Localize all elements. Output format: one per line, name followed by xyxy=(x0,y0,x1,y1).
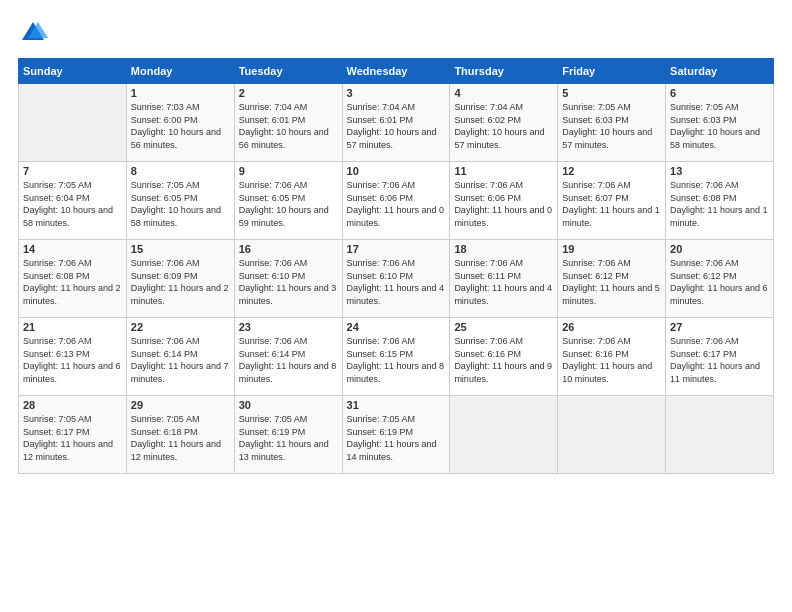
day-number: 20 xyxy=(670,243,769,255)
calendar-cell: 10Sunrise: 7:06 AMSunset: 6:06 PMDayligh… xyxy=(342,162,450,240)
day-info: Sunrise: 7:05 AMSunset: 6:04 PMDaylight:… xyxy=(23,179,122,229)
calendar-header: SundayMondayTuesdayWednesdayThursdayFrid… xyxy=(19,59,774,84)
weekday-header-wednesday: Wednesday xyxy=(342,59,450,84)
calendar-body: 1Sunrise: 7:03 AMSunset: 6:00 PMDaylight… xyxy=(19,84,774,474)
calendar-cell: 5Sunrise: 7:05 AMSunset: 6:03 PMDaylight… xyxy=(558,84,666,162)
calendar-cell: 12Sunrise: 7:06 AMSunset: 6:07 PMDayligh… xyxy=(558,162,666,240)
day-number: 29 xyxy=(131,399,230,411)
logo xyxy=(18,18,52,48)
calendar-cell: 16Sunrise: 7:06 AMSunset: 6:10 PMDayligh… xyxy=(234,240,342,318)
day-number: 4 xyxy=(454,87,553,99)
day-info: Sunrise: 7:04 AMSunset: 6:01 PMDaylight:… xyxy=(347,101,446,151)
calendar-cell: 17Sunrise: 7:06 AMSunset: 6:10 PMDayligh… xyxy=(342,240,450,318)
day-info: Sunrise: 7:06 AMSunset: 6:13 PMDaylight:… xyxy=(23,335,122,385)
day-number: 24 xyxy=(347,321,446,333)
day-number: 9 xyxy=(239,165,338,177)
header xyxy=(18,18,774,48)
day-number: 31 xyxy=(347,399,446,411)
calendar-cell: 27Sunrise: 7:06 AMSunset: 6:17 PMDayligh… xyxy=(666,318,774,396)
day-number: 22 xyxy=(131,321,230,333)
day-info: Sunrise: 7:05 AMSunset: 6:19 PMDaylight:… xyxy=(347,413,446,463)
day-info: Sunrise: 7:06 AMSunset: 6:08 PMDaylight:… xyxy=(670,179,769,229)
day-number: 10 xyxy=(347,165,446,177)
day-info: Sunrise: 7:06 AMSunset: 6:14 PMDaylight:… xyxy=(131,335,230,385)
day-info: Sunrise: 7:06 AMSunset: 6:14 PMDaylight:… xyxy=(239,335,338,385)
day-info: Sunrise: 7:06 AMSunset: 6:07 PMDaylight:… xyxy=(562,179,661,229)
day-info: Sunrise: 7:06 AMSunset: 6:10 PMDaylight:… xyxy=(347,257,446,307)
day-info: Sunrise: 7:05 AMSunset: 6:03 PMDaylight:… xyxy=(562,101,661,151)
calendar-cell xyxy=(558,396,666,474)
calendar-cell: 24Sunrise: 7:06 AMSunset: 6:15 PMDayligh… xyxy=(342,318,450,396)
weekday-header-friday: Friday xyxy=(558,59,666,84)
day-number: 1 xyxy=(131,87,230,99)
day-number: 16 xyxy=(239,243,338,255)
weekday-header-thursday: Thursday xyxy=(450,59,558,84)
day-info: Sunrise: 7:04 AMSunset: 6:01 PMDaylight:… xyxy=(239,101,338,151)
calendar-cell: 8Sunrise: 7:05 AMSunset: 6:05 PMDaylight… xyxy=(126,162,234,240)
day-number: 17 xyxy=(347,243,446,255)
calendar-cell: 23Sunrise: 7:06 AMSunset: 6:14 PMDayligh… xyxy=(234,318,342,396)
calendar-cell: 11Sunrise: 7:06 AMSunset: 6:06 PMDayligh… xyxy=(450,162,558,240)
day-number: 2 xyxy=(239,87,338,99)
calendar-cell: 13Sunrise: 7:06 AMSunset: 6:08 PMDayligh… xyxy=(666,162,774,240)
day-info: Sunrise: 7:05 AMSunset: 6:03 PMDaylight:… xyxy=(670,101,769,151)
weekday-header-tuesday: Tuesday xyxy=(234,59,342,84)
day-info: Sunrise: 7:04 AMSunset: 6:02 PMDaylight:… xyxy=(454,101,553,151)
day-info: Sunrise: 7:06 AMSunset: 6:15 PMDaylight:… xyxy=(347,335,446,385)
calendar-cell: 3Sunrise: 7:04 AMSunset: 6:01 PMDaylight… xyxy=(342,84,450,162)
day-number: 25 xyxy=(454,321,553,333)
calendar-cell: 19Sunrise: 7:06 AMSunset: 6:12 PMDayligh… xyxy=(558,240,666,318)
calendar-cell: 22Sunrise: 7:06 AMSunset: 6:14 PMDayligh… xyxy=(126,318,234,396)
calendar-cell: 2Sunrise: 7:04 AMSunset: 6:01 PMDaylight… xyxy=(234,84,342,162)
day-info: Sunrise: 7:06 AMSunset: 6:11 PMDaylight:… xyxy=(454,257,553,307)
day-info: Sunrise: 7:06 AMSunset: 6:12 PMDaylight:… xyxy=(670,257,769,307)
day-info: Sunrise: 7:06 AMSunset: 6:06 PMDaylight:… xyxy=(347,179,446,229)
day-info: Sunrise: 7:06 AMSunset: 6:10 PMDaylight:… xyxy=(239,257,338,307)
day-info: Sunrise: 7:06 AMSunset: 6:06 PMDaylight:… xyxy=(454,179,553,229)
calendar-cell: 7Sunrise: 7:05 AMSunset: 6:04 PMDaylight… xyxy=(19,162,127,240)
calendar-week-4: 21Sunrise: 7:06 AMSunset: 6:13 PMDayligh… xyxy=(19,318,774,396)
logo-icon xyxy=(18,18,48,48)
day-number: 30 xyxy=(239,399,338,411)
day-info: Sunrise: 7:06 AMSunset: 6:17 PMDaylight:… xyxy=(670,335,769,385)
day-number: 11 xyxy=(454,165,553,177)
calendar-cell xyxy=(450,396,558,474)
calendar-week-1: 1Sunrise: 7:03 AMSunset: 6:00 PMDaylight… xyxy=(19,84,774,162)
day-number: 28 xyxy=(23,399,122,411)
day-info: Sunrise: 7:06 AMSunset: 6:05 PMDaylight:… xyxy=(239,179,338,229)
calendar-cell xyxy=(666,396,774,474)
calendar-cell: 21Sunrise: 7:06 AMSunset: 6:13 PMDayligh… xyxy=(19,318,127,396)
day-info: Sunrise: 7:06 AMSunset: 6:12 PMDaylight:… xyxy=(562,257,661,307)
day-number: 14 xyxy=(23,243,122,255)
weekday-header-saturday: Saturday xyxy=(666,59,774,84)
weekday-header-sunday: Sunday xyxy=(19,59,127,84)
calendar-cell: 15Sunrise: 7:06 AMSunset: 6:09 PMDayligh… xyxy=(126,240,234,318)
calendar-week-2: 7Sunrise: 7:05 AMSunset: 6:04 PMDaylight… xyxy=(19,162,774,240)
weekday-header-monday: Monday xyxy=(126,59,234,84)
calendar-cell: 25Sunrise: 7:06 AMSunset: 6:16 PMDayligh… xyxy=(450,318,558,396)
day-number: 15 xyxy=(131,243,230,255)
calendar-cell: 20Sunrise: 7:06 AMSunset: 6:12 PMDayligh… xyxy=(666,240,774,318)
day-number: 13 xyxy=(670,165,769,177)
calendar-week-5: 28Sunrise: 7:05 AMSunset: 6:17 PMDayligh… xyxy=(19,396,774,474)
calendar-cell: 4Sunrise: 7:04 AMSunset: 6:02 PMDaylight… xyxy=(450,84,558,162)
day-info: Sunrise: 7:06 AMSunset: 6:09 PMDaylight:… xyxy=(131,257,230,307)
day-info: Sunrise: 7:05 AMSunset: 6:18 PMDaylight:… xyxy=(131,413,230,463)
day-number: 5 xyxy=(562,87,661,99)
calendar-cell xyxy=(19,84,127,162)
calendar-cell: 26Sunrise: 7:06 AMSunset: 6:16 PMDayligh… xyxy=(558,318,666,396)
calendar-cell: 29Sunrise: 7:05 AMSunset: 6:18 PMDayligh… xyxy=(126,396,234,474)
page: SundayMondayTuesdayWednesdayThursdayFrid… xyxy=(0,0,792,612)
day-info: Sunrise: 7:06 AMSunset: 6:08 PMDaylight:… xyxy=(23,257,122,307)
day-info: Sunrise: 7:06 AMSunset: 6:16 PMDaylight:… xyxy=(562,335,661,385)
day-number: 19 xyxy=(562,243,661,255)
day-number: 27 xyxy=(670,321,769,333)
calendar-week-3: 14Sunrise: 7:06 AMSunset: 6:08 PMDayligh… xyxy=(19,240,774,318)
calendar-cell: 9Sunrise: 7:06 AMSunset: 6:05 PMDaylight… xyxy=(234,162,342,240)
calendar-cell: 30Sunrise: 7:05 AMSunset: 6:19 PMDayligh… xyxy=(234,396,342,474)
day-number: 23 xyxy=(239,321,338,333)
day-number: 8 xyxy=(131,165,230,177)
calendar-cell: 18Sunrise: 7:06 AMSunset: 6:11 PMDayligh… xyxy=(450,240,558,318)
calendar-table: SundayMondayTuesdayWednesdayThursdayFrid… xyxy=(18,58,774,474)
day-info: Sunrise: 7:05 AMSunset: 6:19 PMDaylight:… xyxy=(239,413,338,463)
